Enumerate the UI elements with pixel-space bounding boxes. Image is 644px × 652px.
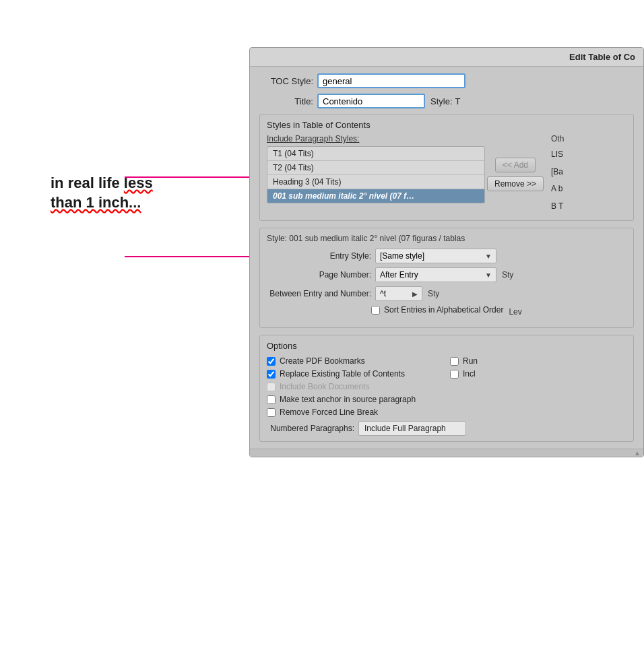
options-section: Options Create PDF Bookmarks Replace Exi… [259,335,634,442]
entry-style-value: [Same style] [380,251,424,261]
styles-section-title: Styles in Table of Contents [267,120,626,130]
annotation-text: in real life less than 1 inch... [51,174,153,212]
run-in-row: Run [450,356,626,366]
sty-label-1: Sty [502,270,513,280]
sty-label-2: Sty [428,289,439,298]
other-styles-header: Oth [551,134,626,143]
entry-style-select[interactable]: [Same style] ▼ [375,249,496,263]
page-number-arrow-icon: ▼ [485,271,492,279]
title-row: Title: Style: T [259,94,634,108]
dialog-title: Edit Table of Co [569,52,635,62]
other-item-ab: A b [551,181,626,198]
style-item-001[interactable]: 001 sub medium italic 2° nivel (07 f… [267,189,484,203]
page-number-select[interactable]: After Entry ▼ [375,267,496,282]
annotation-line2: than 1 inch... [51,193,153,213]
dialog-titlebar: Edit Table of Co [250,48,643,67]
entry-style-row: Entry Style: [Same style] ▼ [267,249,626,263]
replace-existing-row: Replace Existing Table of Contents [267,369,443,379]
style-detail-section: Style: 001 sub medium italic 2° nivel (0… [259,228,634,328]
between-label: Between Entry and Number: [267,289,371,298]
entry-style-arrow-icon: ▼ [485,253,492,260]
other-item-bt: B T [551,198,626,216]
options-title: Options [267,341,626,351]
numbered-paragraphs-value: Include Full Paragraph [364,424,446,433]
run-in-checkbox[interactable] [450,357,459,366]
remove-button[interactable]: Remove >> [487,176,544,191]
scroll-indicator-icon: ▲ [634,449,641,457]
sort-checkbox-row: Sort Entries in Alphabetical Order [371,305,503,315]
remove-forced-checkbox[interactable] [267,408,276,417]
add-button[interactable]: << Add [495,158,536,172]
add-remove-col: << Add Remove >> [485,134,546,215]
create-pdf-checkbox[interactable] [267,357,276,366]
entry-style-label: Entry Style: [267,251,371,261]
style-item-heading3[interactable]: Heading 3 (04 Tits) [267,175,484,189]
include-book-checkbox [267,383,276,391]
style-field-label: Style: [430,96,453,106]
options-right: Run Incl [450,356,626,395]
title-label: Title: [259,96,313,106]
style-field-value: T [455,96,461,106]
edit-toc-dialog: Edit Table of Co TOC Style: Title: Style… [249,47,644,457]
include-paragraph-header: Include Paragraph Styles: [267,134,485,143]
include-book-label: Include Book Documents [280,382,369,391]
toc-style-input[interactable] [317,73,465,88]
sort-checkbox[interactable] [371,306,380,315]
toc-style-label: TOC Style: [259,76,313,86]
remove-forced-row: Remove Forced Line Break [267,408,626,417]
between-value: ^t [380,289,386,298]
styles-section: Styles in Table of Contents Include Para… [259,114,634,221]
page-number-row: Page Number: After Entry ▼ Sty [267,267,626,282]
options-grid: Create PDF Bookmarks Replace Existing Ta… [267,356,626,395]
style-item-t2[interactable]: T2 (04 Tits) [267,161,484,175]
replace-existing-checkbox[interactable] [267,370,276,379]
page-number-value: After Entry [380,270,418,280]
detail-title: Style: 001 sub medium italic 2° nivel (0… [267,234,626,243]
incl-checkbox[interactable] [450,370,459,379]
dialog-bottom: ▲ [250,449,643,457]
include-book-row: Include Book Documents [267,382,443,391]
incl-row: Incl [450,369,626,379]
page-number-label: Page Number: [267,270,371,280]
make-text-anchor-checkbox[interactable] [267,395,276,404]
style-item-t1[interactable]: T1 (04 Tits) [267,147,484,161]
numbered-paragraphs-select[interactable]: Include Full Paragraph [358,421,466,436]
annotation-line-top [125,176,249,178]
include-paragraph-label: Include Paragraph Styles: [267,134,359,143]
other-item-lis: LIS [551,146,626,164]
toc-style-row: TOC Style: [259,73,634,88]
options-left: Create PDF Bookmarks Replace Existing Ta… [267,356,443,395]
incl-label: Incl [463,369,476,379]
between-arrow-icon: ▶ [412,290,418,298]
between-value-field[interactable]: ^t ▶ [375,286,422,301]
make-text-anchor-row: Make text anchor in source paragraph [267,395,626,404]
numbered-paragraphs-label: Numbered Paragraphs: [267,424,354,433]
create-pdf-label: Create PDF Bookmarks [280,356,365,366]
run-in-label: Run [463,356,478,366]
annotation-line-bottom [125,256,249,257]
other-item-ba: [Ba [551,164,626,181]
paragraph-style-list: T1 (04 Tits) T2 (04 Tits) Heading 3 (04 … [267,146,485,203]
title-input[interactable] [317,94,425,108]
create-pdf-row: Create PDF Bookmarks [267,356,443,366]
level-label: Lev [509,307,521,317]
sort-row: Sort Entries in Alphabetical Order Lev [267,305,626,318]
between-row: Between Entry and Number: ^t ▶ Sty [267,286,626,301]
remove-forced-label: Remove Forced Line Break [280,408,378,417]
numbered-paragraphs-row: Numbered Paragraphs: Include Full Paragr… [267,421,626,436]
replace-existing-label: Replace Existing Table of Contents [280,369,405,379]
other-styles-col: Oth LIS [Ba A b B T [546,134,626,215]
make-text-anchor-label: Make text anchor in source paragraph [280,395,416,404]
other-items-list: LIS [Ba A b B T [551,146,626,215]
sort-label: Sort Entries in Alphabetical Order [384,305,503,315]
include-paragraph-styles-col: Include Paragraph Styles: T1 (04 Tits) T… [267,134,485,215]
